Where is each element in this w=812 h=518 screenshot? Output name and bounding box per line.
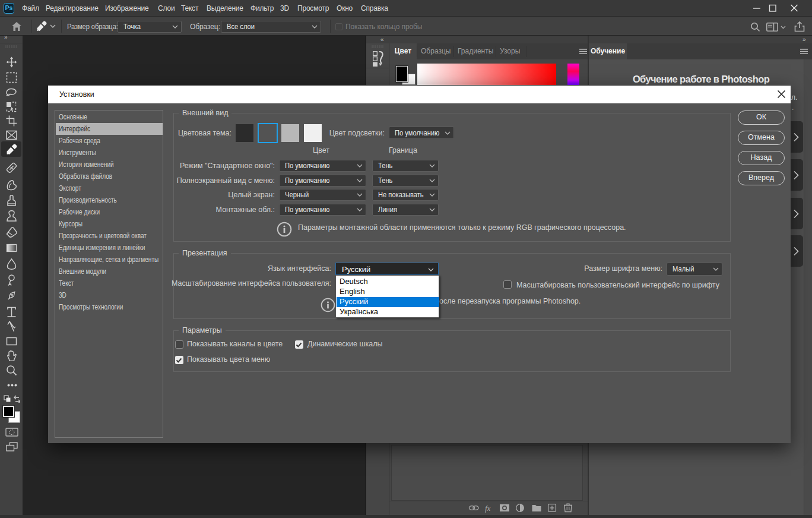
- svg-text:fx: fx: [485, 504, 491, 513]
